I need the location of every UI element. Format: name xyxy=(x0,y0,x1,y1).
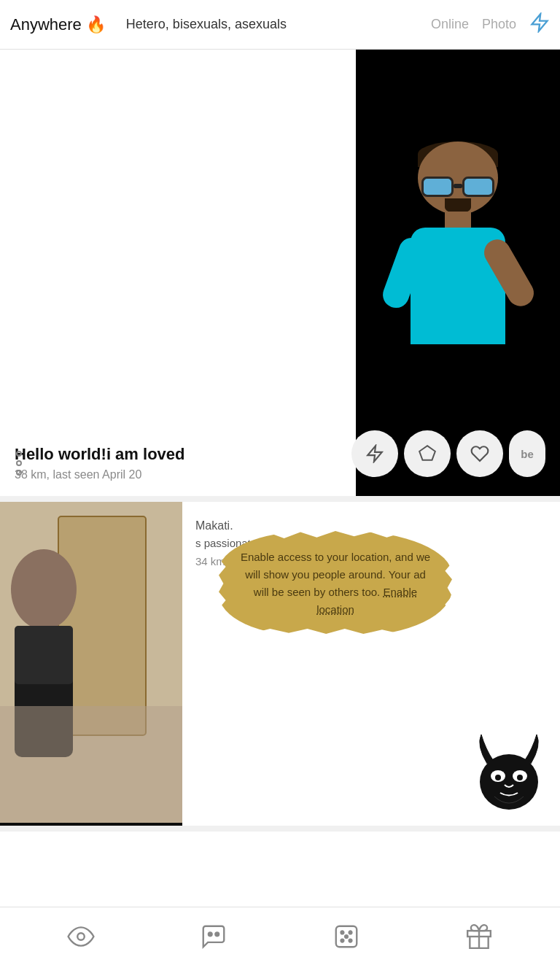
svg-rect-9 xyxy=(0,706,182,823)
top-navigation: Anywhere 🔥 Hetero, bisexuals, asexuals O… xyxy=(0,0,560,50)
eye-icon xyxy=(67,923,95,950)
horned-mask-icon xyxy=(472,731,545,811)
nav-browse[interactable] xyxy=(59,915,103,958)
avatar-glasses xyxy=(418,177,498,198)
photo-filter[interactable]: Photo xyxy=(482,17,516,32)
block-button[interactable]: be xyxy=(509,430,545,477)
boost-button[interactable] xyxy=(351,430,398,477)
nav-gifts[interactable] xyxy=(457,915,501,958)
orientation-filter[interactable]: Hetero, bisexuals, asexuals xyxy=(126,17,287,32)
action-buttons: be xyxy=(0,430,560,477)
svg-point-10 xyxy=(480,754,538,810)
svg-point-6 xyxy=(11,549,77,629)
avatar-figure xyxy=(385,134,531,411)
like-button[interactable] xyxy=(456,430,503,477)
avatar-illustration xyxy=(356,50,560,496)
online-filter[interactable]: Online xyxy=(431,17,469,32)
settings-icon[interactable] xyxy=(529,12,550,36)
profile-card-1: Hello world!i am loved 38 km, last seen … xyxy=(0,50,560,502)
svg-marker-0 xyxy=(532,14,548,31)
svg-point-15 xyxy=(77,933,85,940)
nav-games[interactable] xyxy=(324,915,368,958)
gift-icon xyxy=(465,923,493,950)
location-label: Anywhere xyxy=(10,15,82,34)
svg-point-14 xyxy=(517,775,523,780)
cards-area: Hello world!i am loved 38 km, last seen … xyxy=(0,50,560,832)
tooltip-bubble: Enable access to your location, and we w… xyxy=(219,531,452,636)
location-filter[interactable]: Anywhere 🔥 xyxy=(10,15,106,34)
bottom-navigation xyxy=(0,907,560,965)
glasses-bridge xyxy=(454,184,462,188)
svg-point-20 xyxy=(349,931,352,934)
glasses-right xyxy=(462,177,494,197)
nav-messages[interactable] xyxy=(192,915,236,958)
svg-point-21 xyxy=(341,939,344,942)
chat-icon xyxy=(200,923,228,950)
svg-marker-2 xyxy=(419,446,435,460)
svg-point-22 xyxy=(349,939,352,942)
svg-point-17 xyxy=(215,932,219,936)
person-photo xyxy=(0,502,182,826)
super-like-button[interactable] xyxy=(404,430,451,477)
fire-icon: 🔥 xyxy=(86,15,106,34)
svg-point-23 xyxy=(345,935,348,938)
svg-marker-1 xyxy=(368,446,382,462)
svg-point-19 xyxy=(341,931,344,934)
card-1-photo xyxy=(356,50,560,496)
svg-point-16 xyxy=(209,932,212,936)
svg-point-13 xyxy=(495,775,501,780)
avatar-beard xyxy=(445,198,471,213)
card-2-info: Makati. s passionate abou 34 km, last s … xyxy=(182,502,560,826)
glasses-left xyxy=(421,177,454,197)
svg-rect-8 xyxy=(15,626,73,684)
location-tooltip: Enable access to your location, and we w… xyxy=(219,531,452,636)
photo-svg xyxy=(0,502,182,823)
profile-card-2: Makati. s passionate abou 34 km, last s … xyxy=(0,502,560,832)
card-2-photo xyxy=(0,502,182,826)
dice-icon xyxy=(332,923,360,950)
card-1-info: Hello world!i am loved 38 km, last seen … xyxy=(0,50,356,496)
mask-svg xyxy=(472,731,545,811)
